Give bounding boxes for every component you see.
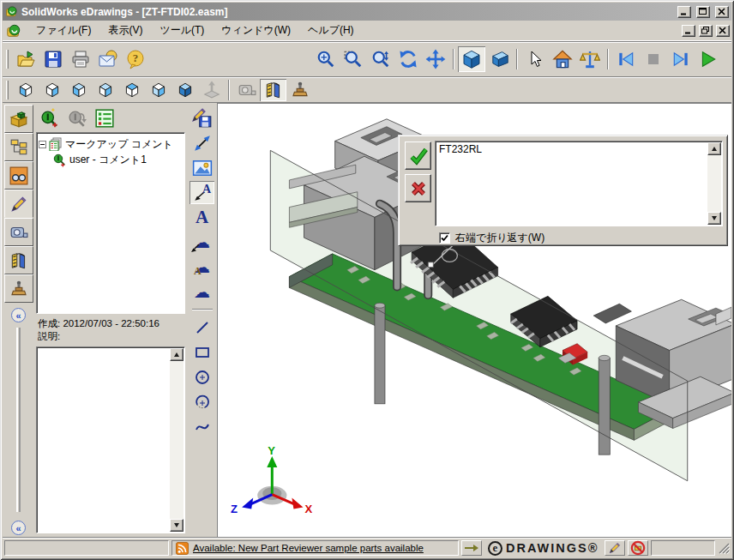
view-front-button[interactable] <box>12 79 39 101</box>
scroll-track[interactable] <box>170 361 184 519</box>
menu-window[interactable]: ウィンドウ(W) <box>214 21 298 40</box>
line-tool-button[interactable] <box>190 316 214 339</box>
tab-markup[interactable] <box>4 190 33 218</box>
tab-stamp[interactable] <box>4 274 33 303</box>
description-textarea[interactable] <box>36 346 185 533</box>
open-button[interactable] <box>12 46 39 72</box>
view-isometric-button[interactable] <box>171 79 198 101</box>
text-tool-button[interactable]: A <box>190 206 214 229</box>
measure-button[interactable] <box>233 79 260 101</box>
stop-icon <box>645 51 662 68</box>
tab-components[interactable] <box>4 105 33 133</box>
send-button[interactable] <box>94 46 122 72</box>
tab-review[interactable] <box>4 161 33 190</box>
tab-cross-section[interactable] <box>4 246 33 274</box>
menu-view[interactable]: 表示(V) <box>100 21 150 40</box>
animation-previous-button[interactable] <box>612 46 640 72</box>
minimize-button[interactable] <box>677 6 691 18</box>
tab-configurations[interactable] <box>4 133 33 161</box>
status-cell-spacer <box>651 540 715 556</box>
pan-button[interactable] <box>422 46 449 72</box>
zoom-area-button[interactable] <box>340 46 367 72</box>
doc-minimize-button[interactable] <box>682 25 695 37</box>
menu-file[interactable]: ファイル(F) <box>28 21 99 40</box>
doc-restore-button[interactable] <box>699 25 713 37</box>
text-leader-tool-button[interactable]: A <box>190 181 214 204</box>
cloud-tool-button[interactable]: ☁ <box>190 280 214 304</box>
collapse-panel-button[interactable]: « <box>11 308 26 322</box>
collapse-panel-button-bottom[interactable]: « <box>11 521 26 535</box>
select-button[interactable] <box>521 46 549 72</box>
animation-stop-button[interactable] <box>640 46 667 72</box>
scroll-up-button[interactable] <box>170 348 184 361</box>
comment-list-button[interactable] <box>93 107 117 129</box>
mass-properties-button[interactable] <box>576 46 604 72</box>
measure-tape-icon <box>238 81 256 99</box>
animation-next-button[interactable] <box>667 46 695 72</box>
close-button[interactable] <box>715 6 729 18</box>
cross-section-button[interactable] <box>260 79 286 101</box>
panel-splitter[interactable] <box>16 328 21 512</box>
image-tool-button[interactable] <box>190 156 214 179</box>
print-button[interactable] <box>67 46 94 72</box>
toolbar-grip[interactable] <box>6 50 9 69</box>
arc-tool-button[interactable] <box>190 390 214 413</box>
tree-root-row[interactable]: マークアップ コメント <box>39 136 183 152</box>
comment-scrollbar[interactable] <box>707 142 721 225</box>
reply-comment-button[interactable] <box>65 107 89 129</box>
description-scrollbar[interactable] <box>170 348 184 532</box>
wrap-checkbox[interactable] <box>439 232 450 244</box>
zoom-fit-button[interactable] <box>312 46 340 72</box>
cloud-leader-tool-button[interactable]: ☁ <box>190 231 214 254</box>
animation-play-button[interactable] <box>695 46 722 72</box>
stamp-button[interactable] <box>286 79 313 101</box>
doc-close-button[interactable] <box>716 25 730 37</box>
rotate-button[interactable] <box>394 46 422 72</box>
markup-status-button[interactable] <box>605 540 625 556</box>
new-comment-button[interactable] <box>38 107 62 129</box>
view-top-button[interactable] <box>118 79 145 101</box>
scroll-track[interactable] <box>707 155 721 212</box>
zoom-button[interactable] <box>367 46 394 72</box>
shaded-view-button[interactable] <box>458 46 485 72</box>
scroll-down-button[interactable] <box>170 519 184 532</box>
tab-measure[interactable] <box>4 218 33 246</box>
triad-y-label: Y <box>268 444 275 457</box>
view-right-button[interactable] <box>92 79 118 101</box>
menu-help[interactable]: ヘルプ(H) <box>300 21 362 40</box>
3d-drag-button[interactable] <box>198 79 225 101</box>
view-left-button[interactable] <box>65 79 92 101</box>
triad-x-label: X <box>305 503 313 515</box>
home-view-button[interactable] <box>549 46 576 72</box>
perspective-view-button[interactable] <box>485 46 513 72</box>
resize-grip[interactable] <box>718 542 730 554</box>
scroll-down-button[interactable] <box>707 212 721 225</box>
pointer-coordinates-button[interactable] <box>461 540 482 556</box>
comment-ok-button[interactable] <box>405 142 431 170</box>
comment-text-input[interactable]: FT232RL <box>437 142 707 225</box>
rectangle-tool-button[interactable] <box>190 340 214 364</box>
save-button[interactable] <box>39 46 67 72</box>
news-link[interactable]: Available: New Part Reviewer sample part… <box>193 543 424 553</box>
spline-tool-button[interactable] <box>190 415 214 438</box>
dimension-tool-button[interactable] <box>190 131 214 154</box>
scroll-up-button[interactable] <box>707 142 721 155</box>
help-button[interactable]: ? <box>122 46 149 72</box>
toolbar-separator <box>516 49 518 69</box>
cloud-text-tool-button[interactable]: ☁ A <box>190 256 214 279</box>
view-bottom-button[interactable] <box>145 79 171 101</box>
save-markup-button[interactable] <box>190 106 214 129</box>
menu-tools[interactable]: ツール(T) <box>152 21 212 40</box>
review-glasses-icon <box>9 166 28 185</box>
markup-panel: マークアップ コメント user - コメント1 作成: 2012/07/03 … <box>34 103 187 537</box>
tree-comment-row[interactable]: user - コメント1 <box>52 152 183 167</box>
comment-cancel-button[interactable] <box>405 174 431 202</box>
comment-leader-handle[interactable] <box>428 262 433 268</box>
viewport-3d[interactable]: Y X Z FT232RL <box>217 103 731 537</box>
maximize-button[interactable] <box>696 6 710 18</box>
toolbar-grip[interactable] <box>6 81 9 99</box>
circle-tool-button[interactable] <box>190 365 214 388</box>
view-back-button[interactable] <box>39 79 65 101</box>
no-edit-status-button[interactable] <box>628 540 648 556</box>
tree-expander[interactable] <box>39 141 46 148</box>
